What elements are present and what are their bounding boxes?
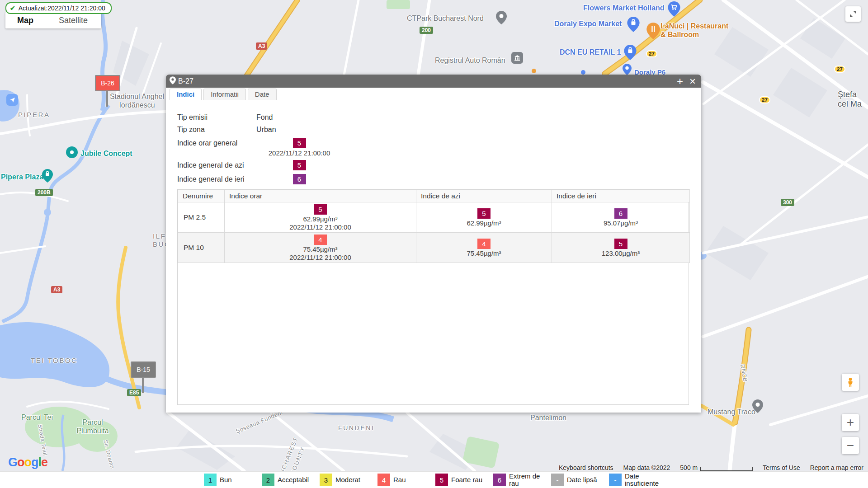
index-timestamp: 2022/11/12 21:00:00 [256,149,342,157]
logo-letter: e [41,455,47,469]
popup-body: Tip emisii Fond Tip zona Urban Indice or… [166,100,701,413]
legend-label: Foarte rau [451,476,493,483]
fullscreen-toggle-button[interactable] [845,6,861,22]
shopping-cart-pin-icon[interactable] [668,1,679,16]
poi-label-flowers-market[interactable]: Flowers Market Holland [583,4,665,13]
google-logo[interactable]: Google [8,455,47,469]
concentration-value: 62.99µg/m³ [417,219,551,227]
transit-poi-icon[interactable] [6,94,18,106]
legend-item-rau: 4 Rau [377,474,435,486]
index-badge: 5 [477,208,491,219]
field-label: Tip zona [177,126,256,134]
station-marker-b15[interactable]: B-15 [131,361,156,378]
index-badge: 6 [293,174,306,184]
poi-label-registrul-auto[interactable]: Registrul Auto Român [435,56,505,65]
col-header-indice-orar: Indice orar [225,190,416,202]
logo-letter: g [31,455,38,469]
shopping-bag-pin-icon[interactable] [627,17,639,31]
expand-plus-icon[interactable]: + [677,76,683,87]
gray-poi-pin-icon[interactable] [496,11,508,25]
index-badge: 5 [293,138,306,148]
map-type-map-button[interactable]: Map [5,12,45,28]
cafe-poi-icon[interactable] [66,146,78,158]
road-badge-200b: 200B [35,189,53,196]
field-label: Tip emisii [177,113,256,122]
measurement-timestamp: 2022/11/12 21:00:00 [226,223,415,231]
table-row-pm25: PM 2.5 5 62.99µg/m³ 2022/11/12 21:00:00 … [178,202,690,233]
concentration-value: 75.45µg/m³ [417,249,551,257]
poi-label-pipera-plaza[interactable]: Pipera Plaza [1,173,43,182]
scale-label: 500 m [680,464,698,471]
index-badge: 5 [614,239,627,249]
park-label-plumbuita: Parcul Plumbuita [74,418,112,436]
road-badge-e85: E85 [127,389,141,396]
teal-poi-pin-icon[interactable] [42,169,54,183]
poi-label-dcn-retail[interactable]: DCN EU RETAIL 1 [560,48,621,57]
legend-label: Extrem de rau [509,473,551,487]
pegman-streetview-control[interactable] [842,374,859,391]
concentration-value: 95.07µg/m³ [553,219,689,227]
table-row-pm10: PM 10 4 75.45µg/m³ 2022/11/12 21:00:00 4… [178,233,690,263]
station-popup: B-27 + × Indici Informatii Date Tip emis… [166,75,701,413]
zoom-out-button[interactable]: − [842,437,859,454]
map-scale-control[interactable]: 500 m [680,464,753,471]
zoom-in-button[interactable]: + [842,414,859,431]
field-indice-orar-general: Indice orar general 5 2022/11/12 21:00:0… [177,138,701,157]
tab-informatii[interactable]: Informatii [203,89,246,100]
collapse-arrows-icon [849,10,857,18]
col-header-indice-azi: Indice de azi [416,190,552,202]
field-value: Urban [256,126,276,134]
report-map-error-link[interactable]: Report a map error [810,464,863,471]
area-label-tei-toboc: TEI TOBOC [31,357,78,365]
poi-label-jubile-concept[interactable]: Jubile Concept [80,150,132,158]
road-badge-300: 300 [781,199,794,206]
index-badge: 4 [314,235,327,245]
road-badge-a3: A3 [256,42,267,50]
poi-label-mustang-traco[interactable]: Mustang Traco [708,408,755,417]
restaurant-pin-icon[interactable] [646,23,658,37]
tab-indici[interactable]: Indici [170,89,202,100]
popup-header[interactable]: B-27 + × [166,75,701,88]
legend-key: 6 [493,474,506,486]
legend-key: 3 [320,474,332,486]
map-attribution: Keyboard shortcuts Map data ©2022 500 m … [559,464,863,471]
field-label: Indice general de ieri [177,174,256,183]
logo-letter: G [8,455,17,469]
legend-label: Acceptabil [278,476,319,483]
station-marker-b26[interactable]: B-26 [95,75,120,91]
pollutant-name: PM 10 [178,233,225,263]
shopping-bag-pin-icon[interactable] [624,45,636,59]
legend-item-foarte-rau: 5 Foarte rau [435,474,493,486]
legend-label: Date lipsă [567,476,609,483]
poi-label-lanuci[interactable]: LaNuci | Restaurant & Ballroom [660,22,728,39]
index-badge: 6 [614,208,627,219]
poi-label-doraly-expo[interactable]: Doraly Expo Market [554,20,622,28]
index-badge: 5 [314,204,327,215]
government-building-icon[interactable] [511,52,523,64]
legend-label: Bun [220,476,261,483]
field-tip-zona: Tip zona Urban [177,126,701,134]
legend-item-moderat: 3 Moderat [320,474,377,486]
terms-of-use-link[interactable]: Terms of Use [763,464,800,471]
field-tip-emisii: Tip emisii Fond [177,113,701,122]
road-badge-200: 200 [420,27,433,34]
pollutant-name: PM 2.5 [178,202,225,233]
area-label-fundeni: FUNDENI [338,424,374,432]
check-icon: ✔ [10,5,15,12]
legend-key: 5 [435,474,448,486]
map-data-credit: Map data ©2022 [623,464,670,471]
area-label-pipera: PIPERA [18,111,50,119]
keyboard-shortcuts-link[interactable]: Keyboard shortcuts [559,464,613,471]
map-type-satellite-button[interactable]: Satellite [45,12,101,28]
concentration-value: 123.00µg/m³ [553,249,689,257]
field-label: Indice orar general [177,138,256,147]
legend-label: Date insuficiente [625,473,666,487]
scale-bar [700,467,753,471]
close-icon[interactable]: × [689,76,696,87]
field-label: Indice general de azi [177,160,256,169]
tab-date[interactable]: Date [248,89,277,100]
popup-tabbar: Indici Informatii Date [166,88,701,100]
legend-key: 1 [204,474,217,486]
gray-poi-pin-icon[interactable] [752,399,764,414]
concentration-value: 75.45µg/m³ [226,245,415,253]
